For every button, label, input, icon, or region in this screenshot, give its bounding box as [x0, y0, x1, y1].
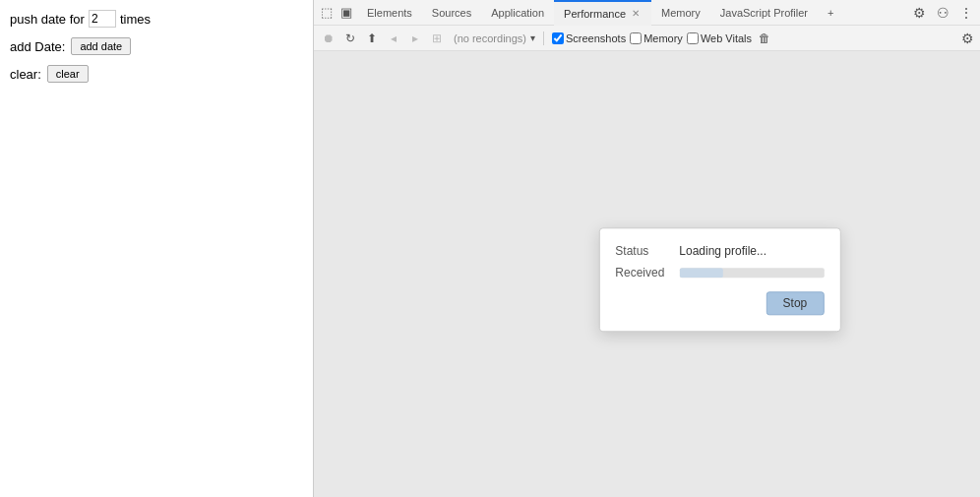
progress-bar-container: [679, 268, 824, 278]
push-date-after-label: times: [120, 12, 151, 27]
devtools-panel: ⬚ ▣ Elements Sources Application Perform…: [313, 0, 980, 497]
device-icon[interactable]: ▣: [337, 4, 355, 22]
web-vitals-checkbox[interactable]: [687, 32, 699, 44]
zoom-in-icon[interactable]: ⊞: [428, 30, 446, 47]
status-label: Status: [615, 244, 679, 258]
memory-label: Memory: [643, 32, 683, 44]
web-vitals-label: Web Vitals: [701, 32, 752, 44]
prev-icon[interactable]: ◂: [385, 30, 402, 47]
recording-dropdown[interactable]: ▾: [530, 32, 535, 43]
status-value: Loading profile...: [679, 244, 766, 258]
push-date-before-label: push date for: [10, 12, 85, 27]
next-icon[interactable]: ▸: [406, 30, 424, 47]
tab-memory[interactable]: Memory: [651, 0, 710, 26]
loading-profile-dialog: Status Loading profile... Received Stop: [598, 227, 840, 332]
clear-button[interactable]: clear: [47, 65, 89, 83]
perf-settings-icon[interactable]: ⚙: [961, 31, 974, 46]
devtools-tabbar: ⬚ ▣ Elements Sources Application Perform…: [314, 0, 980, 26]
screenshots-checkbox[interactable]: [552, 32, 564, 44]
dialog-buttons: Stop: [615, 291, 824, 315]
push-date-line: push date for times: [10, 10, 303, 28]
webpage-panel: push date for times add Date: add date c…: [0, 0, 313, 497]
stop-button[interactable]: Stop: [766, 291, 825, 315]
memory-checkbox[interactable]: [630, 32, 642, 44]
tab-performance[interactable]: Performance ✕: [554, 0, 651, 26]
record-icon[interactable]: ⏺: [320, 30, 337, 47]
perf-main-area: Status Loading profile... Received Stop: [314, 51, 980, 497]
progress-bar-fill: [679, 268, 722, 278]
memory-checkbox-group[interactable]: Memory: [630, 32, 683, 44]
reload-record-icon[interactable]: ↻: [341, 30, 359, 47]
add-date-line: add Date: add date: [10, 37, 303, 55]
tab-add[interactable]: +: [818, 0, 843, 26]
screenshots-checkbox-group[interactable]: Screenshots: [552, 32, 626, 44]
received-row: Received: [615, 266, 824, 280]
devtools-tabs: Elements Sources Application Performance…: [357, 0, 907, 26]
tab-application[interactable]: Application: [481, 0, 554, 26]
settings-icon[interactable]: ⚙: [909, 3, 929, 23]
push-date-input[interactable]: [89, 10, 116, 28]
add-date-label: add Date:: [10, 39, 65, 54]
delete-icon[interactable]: 🗑: [756, 30, 773, 47]
perf-subtoolbar: ⏺ ↻ ⬆ ◂ ▸ ⊞ (no recordings) ▾ Screenshot…: [314, 26, 980, 51]
web-vitals-checkbox-group[interactable]: Web Vitals: [687, 32, 752, 44]
recording-text: (no recordings): [454, 32, 526, 44]
devtools-right-icons: ⚙ ⚇ ⋮: [909, 3, 976, 23]
clear-line: clear: clear: [10, 65, 303, 83]
tab-sources[interactable]: Sources: [422, 0, 481, 26]
clear-label: clear:: [10, 67, 41, 82]
inspect-icon[interactable]: ⬚: [318, 4, 336, 22]
more-icon[interactable]: ⋮: [956, 3, 976, 23]
toolbar-separator: [543, 31, 544, 45]
share-icon[interactable]: ⚇: [933, 3, 952, 23]
status-row: Status Loading profile...: [615, 244, 824, 258]
tab-js-profiler[interactable]: JavaScript Profiler: [710, 0, 818, 26]
upload-icon[interactable]: ⬆: [363, 30, 381, 47]
tab-elements[interactable]: Elements: [357, 0, 422, 26]
tab-performance-close[interactable]: ✕: [630, 8, 642, 19]
add-date-button[interactable]: add date: [71, 37, 131, 55]
screenshots-label: Screenshots: [566, 32, 626, 44]
received-label: Received: [615, 266, 679, 280]
